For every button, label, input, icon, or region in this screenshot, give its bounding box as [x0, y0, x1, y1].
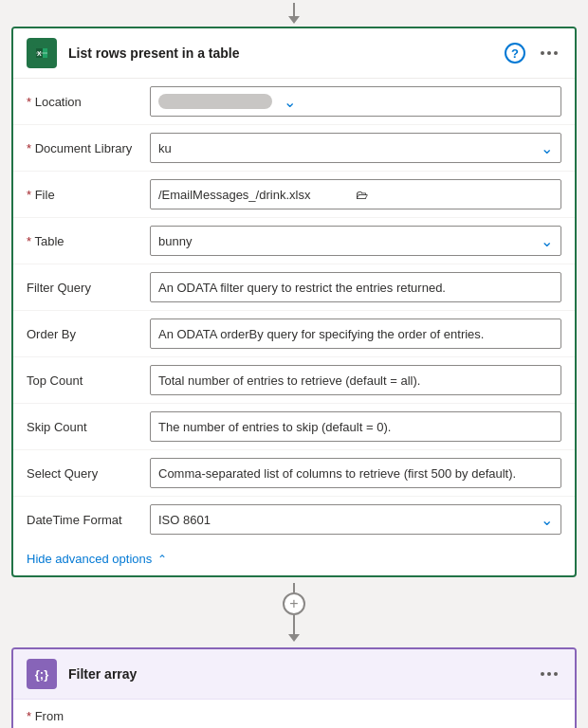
select-query-placeholder: Comma-separated list of columns to retri…	[158, 466, 516, 481]
filter-array-header: {;} Filter array	[13, 649, 575, 700]
hide-advanced-button[interactable]: Hide advanced options ⌃	[13, 542, 575, 575]
document-library-label: Document Library	[27, 141, 150, 155]
file-value: /EmailMessages_/drink.xlsx	[158, 188, 356, 202]
order-by-row: Order By An ODATA orderBy query for spec…	[13, 311, 575, 357]
filter-array-card: {;} Filter array From X value ×	[11, 647, 577, 728]
location-dropdown[interactable]: ⌄	[150, 86, 561, 117]
skip-count-row: Skip Count The number of entries to skip…	[13, 404, 575, 450]
datetime-format-row: DateTime Format ISO 8601 ⌄	[13, 497, 575, 542]
select-query-control: Comma-separated list of columns to retri…	[150, 458, 561, 488]
caret-up-icon: ⌃	[157, 553, 167, 566]
location-label: Location	[27, 95, 150, 109]
table-control: bunny ⌄	[150, 226, 561, 256]
table-row: Table bunny ⌄	[13, 218, 575, 264]
filter-query-placeholder: An ODATA filter query to restrict the en…	[158, 281, 446, 295]
file-control: /EmailMessages_/drink.xlsx 🗁	[150, 179, 561, 209]
select-query-label: Select Query	[27, 466, 150, 481]
excel-icon: X	[27, 38, 57, 68]
file-row: File /EmailMessages_/drink.xlsx 🗁	[13, 172, 575, 218]
filter-query-row: Filter Query An ODATA filter query to re…	[13, 264, 575, 311]
table-dropdown[interactable]: bunny ⌄	[150, 226, 561, 256]
skip-count-control: The number of entries to skip (default =…	[150, 411, 561, 442]
select-query-row: Select Query Comma-separated list of col…	[13, 450, 575, 497]
document-library-dropdown[interactable]: ku ⌄	[150, 133, 561, 163]
skip-count-label: Skip Count	[27, 420, 150, 434]
from-section: From X value ×	[13, 700, 575, 728]
file-input[interactable]: /EmailMessages_/drink.xlsx 🗁	[150, 179, 561, 209]
filter-query-label: Filter Query	[27, 281, 150, 295]
list-rows-title: List rows present in a table	[68, 46, 505, 61]
filter-array-icon: {;}	[27, 659, 57, 689]
datetime-format-chevron: ⌄	[541, 511, 553, 529]
order-by-control: An ODATA orderBy query for specifying th…	[150, 318, 561, 349]
select-query-input[interactable]: Comma-separated list of columns to retri…	[150, 458, 561, 488]
filter-array-title: Filter array	[68, 666, 537, 682]
order-by-input[interactable]: An ODATA orderBy query for specifying th…	[150, 318, 561, 349]
more-options-button[interactable]	[537, 47, 561, 59]
table-chevron: ⌄	[541, 232, 553, 250]
file-browse-icon: 🗁	[356, 188, 553, 202]
location-control: ⌄	[150, 86, 561, 117]
location-row: Location ⌄	[13, 79, 575, 125]
filter-array-more-options[interactable]	[537, 668, 561, 680]
top-count-input[interactable]: Total number of entries to retrieve (def…	[150, 365, 561, 395]
filter-query-control: An ODATA filter query to restrict the en…	[150, 272, 561, 302]
skip-count-placeholder: The number of entries to skip (default =…	[158, 420, 391, 434]
datetime-format-label: DateTime Format	[27, 513, 150, 527]
top-count-row: Top Count Total number of entries to ret…	[13, 357, 575, 404]
add-step-button[interactable]: +	[283, 592, 305, 615]
form-body: Location ⌄ Document Library ku ⌄ File	[13, 79, 575, 542]
filter-query-input[interactable]: An ODATA filter query to restrict the en…	[150, 272, 561, 302]
document-library-row: Document Library ku ⌄	[13, 125, 575, 172]
top-count-label: Top Count	[27, 373, 150, 388]
list-rows-card: X List rows present in a table ? Locatio…	[11, 27, 577, 577]
help-button[interactable]: ?	[505, 43, 525, 64]
datetime-format-dropdown[interactable]: ISO 8601 ⌄	[150, 504, 561, 535]
document-library-control: ku ⌄	[150, 133, 561, 163]
top-count-control: Total number of entries to retrieve (def…	[150, 365, 561, 395]
hide-advanced-label: Hide advanced options	[27, 552, 152, 566]
document-library-value: ku	[158, 141, 537, 155]
top-count-placeholder: Total number of entries to retrieve (def…	[158, 373, 420, 388]
table-label: Table	[27, 234, 150, 248]
mid-connector: +	[0, 577, 588, 647]
list-rows-card-header: X List rows present in a table ?	[13, 28, 575, 79]
location-chevron: ⌄	[284, 93, 296, 111]
datetime-format-value: ISO 8601	[158, 513, 537, 527]
order-by-placeholder: An ODATA orderBy query for specifying th…	[158, 327, 484, 341]
card-header-actions: ?	[505, 43, 561, 64]
order-by-label: Order By	[27, 327, 150, 341]
svg-text:X: X	[37, 50, 42, 57]
file-label: File	[27, 188, 150, 202]
table-value: bunny	[158, 234, 537, 248]
top-connector	[0, 0, 588, 27]
datetime-format-control: ISO 8601 ⌄	[150, 504, 561, 535]
skip-count-input[interactable]: The number of entries to skip (default =…	[150, 411, 561, 442]
document-library-chevron: ⌄	[541, 139, 553, 157]
from-label: From	[27, 709, 561, 723]
